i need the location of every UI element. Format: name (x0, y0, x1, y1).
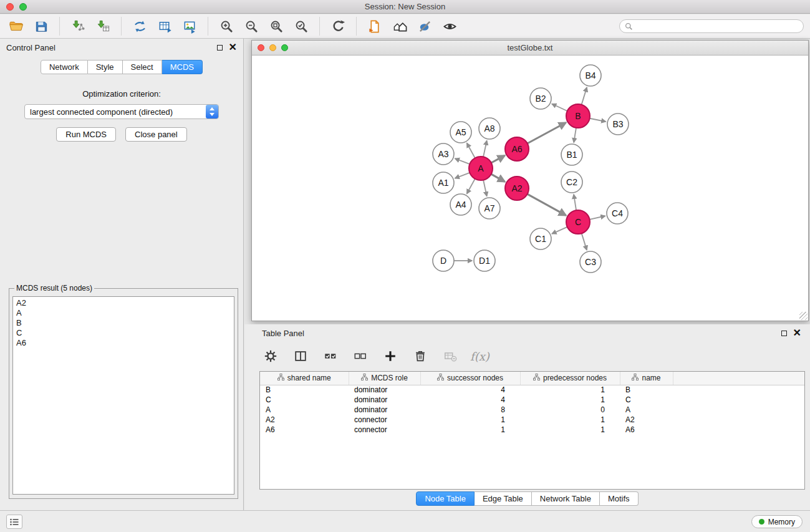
tab-select[interactable]: Select (123, 60, 162, 74)
table-cell[interactable]: 0 (520, 405, 620, 415)
table-cell[interactable]: C (260, 395, 349, 405)
table-row[interactable]: Bdominator41B (260, 385, 804, 395)
open-session-icon[interactable] (6, 16, 26, 36)
column-header[interactable]: shared name (260, 372, 349, 385)
graph-node-D[interactable]: D (433, 250, 454, 271)
graph-node-B[interactable]: B (566, 104, 590, 128)
mcds-result-item[interactable]: C (16, 328, 231, 338)
graph-node-B2[interactable]: B2 (530, 88, 551, 109)
graph-edge-C-C2[interactable] (574, 195, 576, 210)
zoom-selected-icon[interactable] (291, 16, 311, 36)
mcds-result-item[interactable]: B (16, 318, 231, 328)
network-canvas[interactable]: B4B2BB3A5A8A6B1A3AA1C2A2A4A7C4CC1C3DD1 (252, 56, 808, 321)
network-canvas-area[interactable]: B4B2BB3A5A8A6B1A3AA1C2A2A4A7C4CC1C3DD1 (252, 56, 808, 321)
save-session-icon[interactable] (31, 16, 51, 36)
table-cell[interactable]: B (620, 385, 673, 395)
table-cell[interactable]: 1 (420, 415, 520, 425)
table-cell[interactable]: C (620, 395, 673, 405)
graph-node-A3[interactable]: A3 (433, 143, 454, 165)
graph-node-C[interactable]: C (566, 210, 590, 234)
graph-node-A[interactable]: A (469, 157, 493, 180)
table-cell[interactable]: 4 (420, 395, 520, 405)
mcds-result-item[interactable]: A6 (16, 338, 231, 348)
table-cell[interactable]: A6 (620, 425, 673, 435)
graph-edge-A-A1[interactable] (455, 173, 470, 178)
table-cell[interactable]: 8 (420, 405, 520, 415)
home-icon[interactable] (390, 16, 410, 36)
network-table-icon[interactable] (155, 16, 175, 36)
zoom-fit-icon[interactable] (266, 16, 286, 36)
clone-network-icon[interactable] (130, 16, 150, 36)
table-cell[interactable]: B (260, 385, 349, 395)
table-row[interactable]: A2connector11A2 (260, 415, 804, 425)
graph-edge-A2-C[interactable] (528, 194, 566, 215)
refresh-icon[interactable] (328, 16, 348, 36)
graph-edge-A-A4[interactable] (467, 179, 475, 194)
graph-node-B3[interactable]: B3 (607, 114, 629, 135)
tab-network-table[interactable]: Network Table (532, 491, 600, 506)
table-cell[interactable]: A2 (620, 415, 673, 425)
graph-node-C4[interactable]: C4 (607, 203, 628, 224)
zoom-out-icon[interactable] (241, 16, 261, 36)
table-cell[interactable]: 1 (520, 425, 620, 435)
zoom-in-icon[interactable] (216, 16, 236, 36)
graph-node-A7[interactable]: A7 (479, 198, 500, 219)
table-settings-gear-icon[interactable] (261, 346, 281, 366)
graph-edge-C-C1[interactable] (552, 227, 567, 234)
graph-node-A4[interactable]: A4 (450, 194, 471, 215)
memory-button[interactable]: Memory (751, 515, 803, 528)
graph-edge-B-B2[interactable] (552, 104, 567, 112)
zoom-network-window-button[interactable] (281, 44, 288, 51)
table-cell[interactable]: 1 (520, 415, 620, 425)
tab-edge-table[interactable]: Edge Table (475, 491, 532, 506)
float-table-panel-icon[interactable] (781, 331, 787, 336)
graph-edge-A-A6[interactable] (491, 155, 505, 163)
table-cell[interactable]: A2 (260, 415, 349, 425)
column-header[interactable]: successor nodes (420, 372, 520, 385)
mcds-result-list[interactable]: A2ABCA6 (12, 296, 234, 495)
table-cell[interactable]: connector (349, 415, 420, 425)
graph-node-A1[interactable]: A1 (433, 172, 454, 193)
close-table-panel-icon[interactable]: ✕ (793, 329, 801, 337)
delete-column-trash-icon[interactable] (410, 346, 430, 366)
function-builder-icon[interactable]: f(x) (470, 350, 489, 363)
graph-edge-A-A2[interactable] (491, 174, 505, 181)
graph-node-C1[interactable]: C1 (530, 228, 551, 249)
table-cell[interactable]: 1 (520, 395, 620, 405)
show-columns-icon[interactable] (291, 346, 311, 366)
table-cell[interactable]: connector (349, 425, 420, 435)
create-column-plus-icon[interactable] (380, 346, 400, 366)
close-panel-icon[interactable]: ✕ (229, 44, 237, 51)
document-icon[interactable] (365, 16, 385, 36)
minimize-network-window-button[interactable] (269, 44, 276, 51)
table-row[interactable]: Adominator80A (260, 405, 804, 415)
table-cell[interactable]: dominator (349, 395, 420, 405)
graph-edge-A-A8[interactable] (483, 141, 487, 157)
table-row[interactable]: A6connector11A6 (260, 425, 804, 435)
graph-edge-B-B3[interactable] (590, 118, 606, 122)
tab-mcds[interactable]: MCDS (162, 60, 203, 74)
tab-style[interactable]: Style (88, 60, 123, 74)
table-cell[interactable]: 1 (520, 385, 620, 395)
graph-node-A6[interactable]: A6 (505, 137, 529, 161)
network-window-titlebar[interactable]: testGlobe.txt (252, 41, 808, 56)
close-network-window-button[interactable] (258, 44, 264, 51)
close-window-button[interactable] (6, 3, 14, 11)
select-all-icon[interactable] (321, 346, 340, 366)
optimization-criterion-dropdown[interactable]: largest connected component (directed) (24, 104, 219, 119)
graph-node-A5[interactable]: A5 (450, 122, 471, 143)
graph-node-B4[interactable]: B4 (580, 65, 601, 86)
mcds-result-item[interactable]: A2 (16, 298, 231, 308)
table-cell[interactable]: dominator (349, 405, 420, 415)
float-panel-icon[interactable] (217, 45, 223, 51)
graph-edge-B-B4[interactable] (582, 87, 587, 105)
graph-node-D1[interactable]: D1 (474, 250, 495, 271)
table-cell[interactable]: dominator (349, 385, 420, 395)
hide-graphics-details-icon[interactable] (415, 16, 435, 36)
column-header[interactable]: name (620, 372, 673, 385)
tab-node-table[interactable]: Node Table (416, 491, 475, 506)
table-row[interactable]: Cdominator41C (260, 395, 804, 405)
graph-edge-A6-B[interactable] (528, 123, 566, 144)
column-header[interactable]: MCDS role (349, 372, 420, 385)
run-mcds-button[interactable]: Run MCDS (56, 127, 116, 142)
